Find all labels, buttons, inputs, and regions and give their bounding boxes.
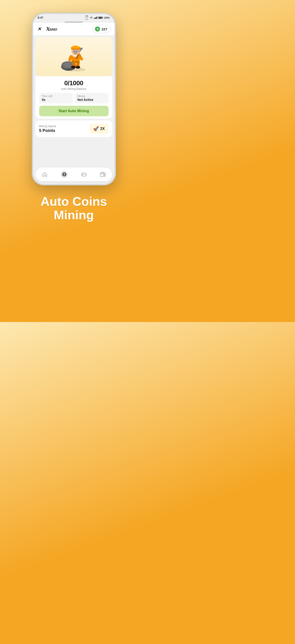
speed-multiplier: 2X — [100, 127, 105, 131]
nav-item-mining[interactable]: ₿ — [58, 170, 71, 179]
tagline-line2: Mining — [41, 208, 107, 222]
lte-label: LTE — [85, 15, 88, 17]
main-content: 0/1000 Auto Mining Balance Time Left 0s … — [33, 35, 115, 166]
nav-item-home[interactable] — [39, 171, 50, 178]
svg-rect-33 — [103, 174, 105, 176]
svg-rect-22 — [73, 50, 76, 52]
gamepad-icon — [81, 172, 87, 177]
bitcoin-icon: ₿ — [62, 172, 67, 177]
home-icon — [42, 172, 48, 177]
header-balance: 227 — [101, 27, 107, 31]
time-left-box: Time Left 0s — [39, 93, 73, 104]
battery-icon — [98, 16, 103, 19]
logo-icon: ✕ — [37, 26, 45, 32]
speed-label: Mining Speed — [39, 124, 56, 128]
signal-icon — [94, 16, 97, 19]
svg-point-19 — [72, 46, 79, 48]
phone-frame: 8:47 LTE 0.16KB/s — [32, 13, 116, 186]
time-left-value: 0s — [42, 98, 70, 102]
mining-speed-card: Mining Speed 5 Points 🚀 2X — [36, 120, 112, 137]
svg-point-30 — [85, 174, 85, 174]
speed-value: 5 Points — [39, 128, 56, 133]
mining-balance-label: Auto Mining Balance — [39, 87, 109, 90]
tagline: Auto Coins Mining — [41, 195, 107, 231]
svg-rect-23 — [76, 50, 79, 52]
balance-badge[interactable]: $ 227 — [93, 25, 110, 33]
app-header: ✕ 𝕏 SINO $ 227 — [33, 23, 115, 35]
nav-item-game[interactable] — [78, 171, 90, 178]
svg-point-8 — [76, 66, 80, 69]
status-time: 8:47 — [38, 16, 43, 19]
mining-illustration — [36, 37, 112, 76]
svg-point-4 — [65, 68, 86, 72]
battery-percent: 100% — [104, 16, 110, 19]
svg-point-7 — [71, 66, 76, 68]
balance-section: 0/1000 Auto Mining Balance Time Left 0s … — [36, 76, 112, 118]
mining-status-box: Mining Not Active — [75, 93, 109, 104]
status-icons: LTE 0.16KB/s — [85, 15, 110, 20]
start-mining-button[interactable]: Start Auto Mining — [39, 106, 109, 116]
nav-item-wallet[interactable] — [97, 171, 108, 178]
mining-label: Mining — [77, 95, 106, 98]
kb-label: 0.16KB/s — [85, 17, 88, 20]
svg-rect-10 — [72, 61, 80, 63]
speed-info: Mining Speed 5 Points — [39, 124, 56, 133]
dollar-icon: $ — [95, 26, 100, 32]
empty-content-area — [33, 137, 115, 166]
logo-sino-text: SINO — [49, 28, 57, 31]
miner-svg — [59, 40, 89, 74]
mining-balance-value: 0/1000 — [39, 80, 109, 87]
rocket-icon: 🚀 — [93, 126, 99, 132]
tagline-line1: Auto Coins — [41, 195, 107, 208]
mining-status: Not Active — [77, 98, 106, 102]
status-bar: 8:47 LTE 0.16KB/s — [33, 14, 115, 22]
wifi-icon — [90, 16, 93, 19]
logo: ✕ 𝕏 SINO — [37, 26, 57, 32]
logo-x-symbol: 𝕏 — [46, 27, 49, 31]
svg-text:✕: ✕ — [37, 26, 42, 32]
bottom-nav: ₿ — [36, 168, 112, 181]
phone-screen: 8:47 LTE 0.16KB/s — [33, 14, 115, 184]
mining-nav-circle: ₿ — [61, 171, 68, 178]
time-left-label: Time Left — [42, 95, 70, 98]
svg-point-31 — [85, 174, 86, 175]
speed-badge[interactable]: 🚀 2X — [89, 124, 109, 134]
svg-text:₿: ₿ — [64, 173, 65, 176]
mining-stats: Time Left 0s Mining Not Active — [39, 93, 109, 104]
wallet-icon — [100, 172, 106, 177]
